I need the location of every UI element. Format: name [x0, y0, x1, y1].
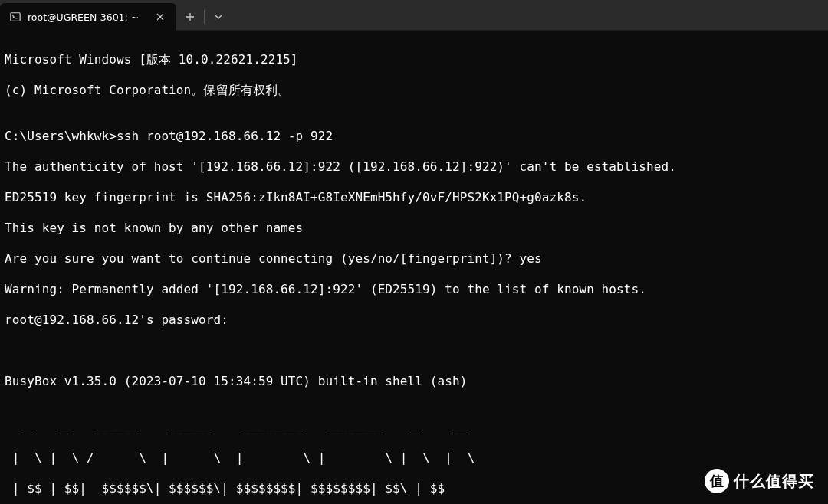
close-icon — [156, 13, 164, 21]
terminal-line: C:\Users\whkwk>ssh root@192.168.66.12 -p… — [5, 129, 823, 144]
new-tab-button[interactable] — [176, 3, 204, 31]
ascii-art-line: __ __ ______ ______ ________ ________ __… — [5, 420, 823, 435]
terminal-line: The authenticity of host '[192.168.66.12… — [5, 159, 823, 175]
terminal-line: BusyBox v1.35.0 (2023-07-10 15:34:59 UTC… — [5, 374, 823, 389]
active-tab[interactable]: root@UGREEN-3601: ~ — [0, 3, 176, 31]
terminal-line: Warning: Permanently added '[192.168.66.… — [5, 282, 823, 297]
ascii-art-line: | \ | \ / \ | \ | \ | \ | \ | \ — [5, 450, 823, 466]
terminal-line: (c) Microsoft Corporation。保留所有权利。 — [5, 83, 823, 98]
ascii-art-line: | $$ | $$| $$$$$$\| $$$$$$\| $$$$$$$$| $… — [5, 481, 823, 496]
terminal-icon — [9, 11, 21, 23]
watermark-text: 什么值得买 — [734, 471, 814, 492]
close-tab-button[interactable] — [153, 10, 167, 24]
terminal-line: ED25519 key fingerprint is SHA256:zIkn8A… — [5, 190, 823, 205]
tab-dropdown-button[interactable] — [205, 3, 232, 31]
terminal-viewport[interactable]: Microsoft Windows [版本 10.0.22621.2215] (… — [0, 31, 828, 504]
terminal-line: Microsoft Windows [版本 10.0.22621.2215] — [5, 52, 823, 67]
titlebar: root@UGREEN-3601: ~ — [0, 0, 828, 31]
watermark-badge: 值 — [705, 469, 729, 493]
terminal-line: root@192.168.66.12's password: — [5, 313, 823, 328]
svg-rect-0 — [11, 13, 20, 21]
tab-title: root@UGREEN-3601: ~ — [28, 11, 139, 23]
terminal-line: This key is not known by any other names — [5, 221, 823, 236]
chevron-down-icon — [215, 13, 222, 21]
watermark: 值 什么值得买 — [705, 469, 814, 493]
plus-icon — [186, 12, 195, 21]
terminal-line: Are you sure you want to continue connec… — [5, 251, 823, 267]
